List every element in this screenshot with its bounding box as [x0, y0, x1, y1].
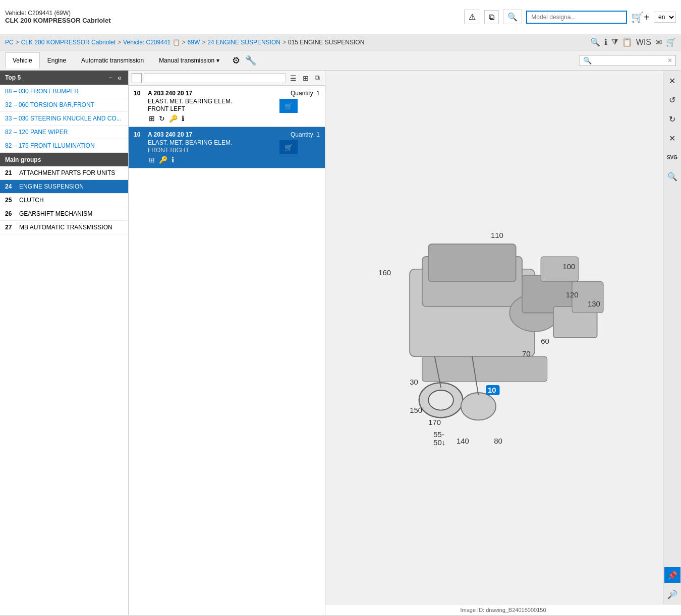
- top5-item[interactable]: 82 – 120 PANE WIPER: [0, 126, 128, 139]
- parts-toolbar: ☰ ⊞ ⧉: [129, 71, 325, 86]
- cart-header-btn[interactable]: 🛒: [666, 37, 676, 47]
- close-diagram-btn[interactable]: ✕: [664, 73, 680, 89]
- part-qty-2: Quantity: 1 🛒: [279, 131, 320, 154]
- header-controls: ⚠ ⧉ 🔍 🛒+ en de fr: [464, 10, 676, 24]
- group-label: MB AUTOMATIC TRANSMISSION: [19, 224, 112, 231]
- tab-engine[interactable]: Engine: [40, 52, 74, 69]
- zoom-in-btn[interactable]: 🔍: [590, 37, 600, 47]
- tab-automatic-transmission[interactable]: Automatic transmission: [74, 52, 151, 69]
- part-table-icon-1[interactable]: ⊞: [148, 114, 156, 122]
- top5-item[interactable]: 33 – 030 STEERING KNUCKLE AND CO...: [0, 112, 128, 126]
- parts-grid-view-btn[interactable]: ⊞: [301, 73, 311, 83]
- breadcrumb-24-engine-suspension[interactable]: 24 ENGINE SUSPENSION: [207, 39, 280, 46]
- svg-text:50↓: 50↓: [433, 438, 445, 446]
- header: Vehicle: C209441 (69W) CLK 200 KOMPRESSO…: [0, 0, 681, 34]
- filter-btn[interactable]: ⧩: [611, 37, 618, 47]
- crosshair-btn[interactable]: ✕: [664, 130, 680, 146]
- qty-cart-btn-1[interactable]: 🛒: [279, 99, 298, 113]
- svg-text:10: 10: [488, 386, 496, 394]
- group-item-21[interactable]: 21 ATTACHMENT PARTS FOR UNITS: [0, 166, 128, 180]
- breadcrumb-vehicle-id[interactable]: Vehicle: C209441 📋: [123, 39, 180, 46]
- zoom-in-diagram-btn[interactable]: 🔍: [664, 168, 680, 184]
- svg-text:55-: 55-: [433, 430, 444, 438]
- part-info-icon-2[interactable]: ℹ: [171, 156, 175, 164]
- copy-button[interactable]: ⧉: [484, 10, 499, 24]
- top5-expand-btn[interactable]: «: [116, 74, 123, 82]
- svg-text:140: 140: [457, 437, 469, 445]
- svg-text:70: 70: [522, 350, 531, 358]
- tab-search-clear[interactable]: ✕: [667, 57, 672, 64]
- info-btn[interactable]: ℹ: [604, 37, 607, 47]
- parts-list-view-btn[interactable]: ☰: [288, 73, 299, 83]
- main-groups-header: Main groups: [0, 153, 128, 166]
- part-action-icons-1: ⊞ ↻ 🔑 ℹ: [148, 114, 275, 122]
- diagram-svg: 110 160 100 120 130 70 60 30 150: [334, 207, 672, 469]
- zoom-out-diagram-btn[interactable]: 🔎: [664, 586, 680, 602]
- top5-header: Top 5 − «: [0, 71, 128, 85]
- part-desc-1: ELAST. MET. BEARING ELEM.: [148, 98, 275, 105]
- doc-btn[interactable]: 📋: [622, 37, 632, 47]
- group-label: GEARSHIFT MECHANISM: [19, 210, 92, 217]
- svg-point-9: [428, 390, 453, 410]
- wis-btn[interactable]: WIS: [636, 37, 651, 47]
- group-list: 21 ATTACHMENT PARTS FOR UNITS 24 ENGINE …: [0, 166, 128, 615]
- breadcrumb: PC > CLK 200 KOMPRESSOR Cabriolet > Vehi…: [0, 34, 681, 50]
- svg-btn[interactable]: SVG: [664, 149, 680, 165]
- part-key-icon-1[interactable]: 🔑: [168, 114, 179, 122]
- part-key-icon-2[interactable]: 🔑: [158, 156, 168, 164]
- breadcrumb-tools: 🔍 ℹ ⧩ 📋 WIS ✉ 🛒: [590, 37, 676, 47]
- group-label: CLUTCH: [19, 197, 44, 204]
- parts-expand-btn[interactable]: ⧉: [313, 73, 322, 83]
- top5-collapse-btns: − «: [107, 74, 123, 82]
- language-select[interactable]: en de fr: [654, 12, 676, 23]
- part-info-icon-1[interactable]: ℹ: [181, 114, 185, 122]
- group-num: 21: [5, 169, 16, 176]
- tab-vehicle[interactable]: Vehicle: [5, 52, 40, 69]
- breadcrumb-vehicle-model[interactable]: CLK 200 KOMPRESSOR Cabriolet: [21, 39, 116, 46]
- part-id-2: A 203 240 20 17: [148, 131, 275, 138]
- breadcrumb-pc[interactable]: PC: [5, 39, 14, 46]
- svg-text:130: 130: [588, 300, 600, 308]
- cart-button[interactable]: 🛒+: [631, 11, 650, 23]
- part-table-icon-2[interactable]: ⊞: [148, 156, 156, 164]
- part-row-1[interactable]: 10 A 203 240 20 17 ELAST. MET. BEARING E…: [129, 86, 325, 127]
- group-item-27[interactable]: 27 MB AUTOMATIC TRANSMISSION: [0, 221, 128, 234]
- group-item-24[interactable]: 24 ENGINE SUSPENSION: [0, 180, 128, 194]
- qty-label-2: Quantity: 1: [279, 131, 320, 138]
- qty-cart-btn-2[interactable]: 🛒: [279, 140, 298, 154]
- restore-btn[interactable]: ↺: [664, 92, 680, 108]
- diagram-area: 110 160 100 120 130 70 60 30 150: [325, 71, 681, 604]
- svg-rect-2: [428, 244, 516, 281]
- pin-btn[interactable]: 📌: [664, 567, 680, 583]
- part-row-2[interactable]: 10 A 203 240 20 17 ELAST. MET. BEARING E…: [129, 127, 325, 168]
- part-id-1: A 203 240 20 17: [148, 90, 275, 97]
- parts-list: 10 A 203 240 20 17 ELAST. MET. BEARING E…: [129, 86, 325, 615]
- vehicle-id: Vehicle: C209441 (69W): [5, 10, 111, 17]
- mail-btn[interactable]: ✉: [655, 37, 662, 47]
- top5-collapse-btn[interactable]: −: [107, 74, 114, 82]
- top5-item[interactable]: 82 – 175 FRONT ILLUMINATION: [0, 139, 128, 153]
- tools-icon[interactable]: 🔧: [244, 54, 257, 67]
- warning-button[interactable]: ⚠: [464, 10, 480, 24]
- top5-label: Top 5: [5, 74, 21, 81]
- tab-search-icon: 🔍: [583, 56, 592, 65]
- top5-item[interactable]: 32 – 060 TORSION BAR,FRONT: [0, 98, 128, 112]
- search-button[interactable]: 🔍: [503, 10, 522, 24]
- part-desc-2: ELAST. MET. BEARING ELEM.: [148, 139, 275, 146]
- main-groups-label: Main groups: [5, 156, 41, 163]
- tab-manual-transmission[interactable]: Manual transmission ▾: [151, 52, 226, 69]
- tab-search-input[interactable]: [592, 57, 667, 64]
- model-search-input[interactable]: [526, 11, 627, 24]
- sync-btn[interactable]: ↻: [664, 111, 680, 127]
- parts-color-swatch: [132, 73, 142, 83]
- settings-icon[interactable]: ⚙: [231, 54, 241, 67]
- part-sub-1: FRONT LEFT: [148, 105, 275, 112]
- top5-item[interactable]: 88 – 030 FRONT BUMPER: [0, 85, 128, 98]
- part-refresh-icon-1[interactable]: ↻: [158, 114, 166, 122]
- breadcrumb-69w[interactable]: 69W: [188, 39, 200, 46]
- qty-label-1: Quantity: 1: [279, 90, 320, 97]
- parts-filter-input[interactable]: [144, 73, 286, 83]
- group-item-25[interactable]: 25 CLUTCH: [0, 194, 128, 207]
- group-item-26[interactable]: 26 GEARSHIFT MECHANISM: [0, 207, 128, 221]
- image-id-label: Image ID: drawing_B24015000150: [325, 604, 681, 615]
